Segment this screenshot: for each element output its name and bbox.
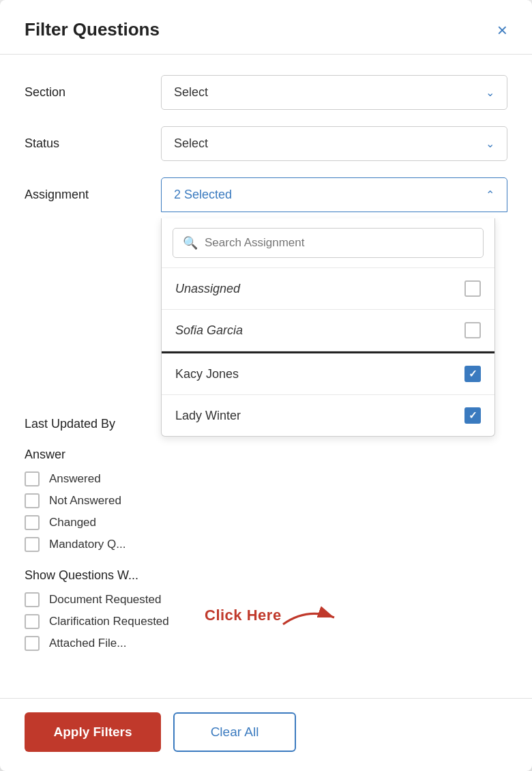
- answer-section: Answer Answered Not Answered Changed Man…: [25, 448, 507, 552]
- modal-header: Filter Questions ×: [0, 0, 532, 55]
- attached-file-row: Attached File...: [25, 636, 507, 651]
- assignment-dropdown: 🔍 Unassigned Sofia Garcia Kacy Jones: [161, 218, 495, 437]
- search-box: 🔍: [173, 228, 484, 258]
- clarification-requested-row: Clarification Requested: [25, 614, 507, 629]
- modal-title: Filter Questions: [25, 19, 160, 40]
- dropdown-item-lady-winter[interactable]: Lady Winter: [162, 395, 494, 436]
- document-requested-row: Document Requested: [25, 592, 507, 607]
- show-questions-checkbox-group: Document Requested Clarification Request…: [25, 592, 507, 651]
- dropdown-item-label: Kacy Jones: [175, 367, 239, 381]
- close-button[interactable]: ×: [497, 21, 507, 39]
- assignment-chevron-up-icon: ⌃: [486, 188, 494, 201]
- mandatory-q-checkbox[interactable]: [25, 537, 40, 552]
- section-filter-row: Section Select ⌄: [25, 75, 507, 110]
- apply-filters-button[interactable]: Apply Filters: [25, 712, 161, 752]
- status-select-value: Select: [174, 136, 208, 151]
- dropdown-item-label: Lady Winter: [175, 409, 241, 423]
- not-answered-label: Not Answered: [49, 494, 121, 508]
- section-select[interactable]: Select ⌄: [161, 75, 507, 110]
- sofia-garcia-checkbox[interactable]: [464, 322, 481, 338]
- dropdown-item-label: Sofia Garcia: [175, 323, 243, 338]
- search-box-wrap: 🔍: [162, 218, 494, 268]
- show-questions-section: Show Questions W... Document Requested C…: [25, 568, 507, 651]
- last-updated-by-label: Last Updated By: [25, 417, 161, 431]
- unassigned-checkbox[interactable]: [464, 280, 481, 297]
- not-answered-row: Not Answered: [25, 493, 507, 508]
- dropdown-item-unassigned[interactable]: Unassigned: [162, 268, 494, 310]
- filter-modal: Filter Questions × Section Select ⌄ Stat…: [0, 0, 532, 771]
- modal-footer: Apply Filters Clear All: [0, 698, 532, 771]
- assignment-select-value: 2 Selected: [174, 188, 232, 202]
- clarification-requested-label: Clarification Requested: [49, 615, 169, 628]
- clarification-requested-checkbox[interactable]: [25, 614, 40, 629]
- answer-checkbox-group: Answered Not Answered Changed Mandatory …: [25, 471, 507, 552]
- changed-label: Changed: [49, 516, 96, 529]
- show-questions-label: Show Questions W...: [25, 568, 507, 583]
- mandatory-q-row: Mandatory Q...: [25, 537, 507, 552]
- answered-label: Answered: [49, 472, 101, 486]
- document-requested-label: Document Requested: [49, 593, 161, 607]
- status-select[interactable]: Select ⌄: [161, 126, 507, 161]
- kacy-jones-checkbox[interactable]: [464, 366, 481, 382]
- document-requested-checkbox[interactable]: [25, 592, 40, 607]
- search-icon: 🔍: [183, 235, 198, 250]
- changed-row: Changed: [25, 515, 507, 530]
- mandatory-q-label: Mandatory Q...: [49, 538, 125, 551]
- section-select-value: Select: [174, 85, 208, 100]
- status-chevron-down-icon: ⌄: [486, 137, 494, 150]
- attached-file-checkbox[interactable]: [25, 636, 40, 651]
- assignment-search-input[interactable]: [205, 236, 473, 250]
- section-label: Section: [25, 85, 161, 100]
- not-answered-checkbox[interactable]: [25, 493, 40, 508]
- dropdown-item-kacy-jones[interactable]: Kacy Jones: [162, 353, 494, 395]
- assignment-filter-row: Assignment 2 Selected ⌃: [25, 177, 507, 212]
- answer-section-label: Answer: [25, 448, 507, 462]
- clear-all-button[interactable]: Clear All: [173, 712, 296, 752]
- dropdown-item-sofia-garcia[interactable]: Sofia Garcia: [162, 310, 494, 351]
- status-filter-row: Status Select ⌄: [25, 126, 507, 161]
- answered-row: Answered: [25, 471, 507, 486]
- modal-body: Section Select ⌄ Status Select ⌄ Assignm…: [0, 55, 532, 698]
- assignment-select[interactable]: 2 Selected ⌃: [161, 177, 507, 212]
- lady-winter-checkbox[interactable]: [464, 407, 481, 424]
- attached-file-label: Attached File...: [49, 637, 126, 650]
- changed-checkbox[interactable]: [25, 515, 40, 530]
- assignment-label: Assignment: [25, 188, 161, 202]
- dropdown-item-label: Unassigned: [175, 282, 240, 296]
- section-chevron-down-icon: ⌄: [486, 86, 494, 99]
- status-label: Status: [25, 136, 161, 151]
- answered-checkbox[interactable]: [25, 471, 40, 486]
